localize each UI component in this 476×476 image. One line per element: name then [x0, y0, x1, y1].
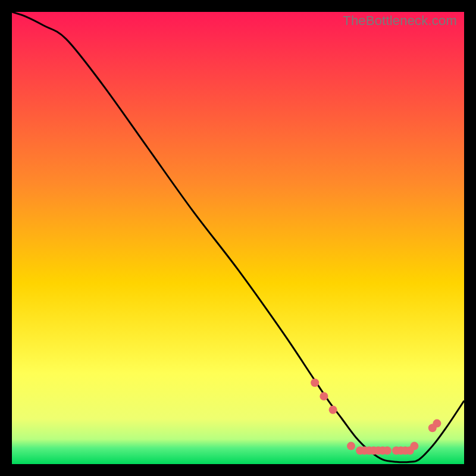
chart-frame: TheBottleneck.com: [12, 12, 464, 464]
gradient-background: [12, 12, 464, 464]
curve-marker: [311, 378, 319, 387]
curve-marker: [320, 392, 328, 400]
bottleneck-chart: [12, 12, 464, 464]
curve-marker: [383, 446, 392, 455]
curve-marker: [347, 442, 355, 450]
curve-marker: [433, 419, 441, 428]
curve-marker: [410, 442, 418, 450]
watermark-label: TheBottleneck.com: [343, 13, 457, 29]
curve-marker: [329, 406, 337, 414]
